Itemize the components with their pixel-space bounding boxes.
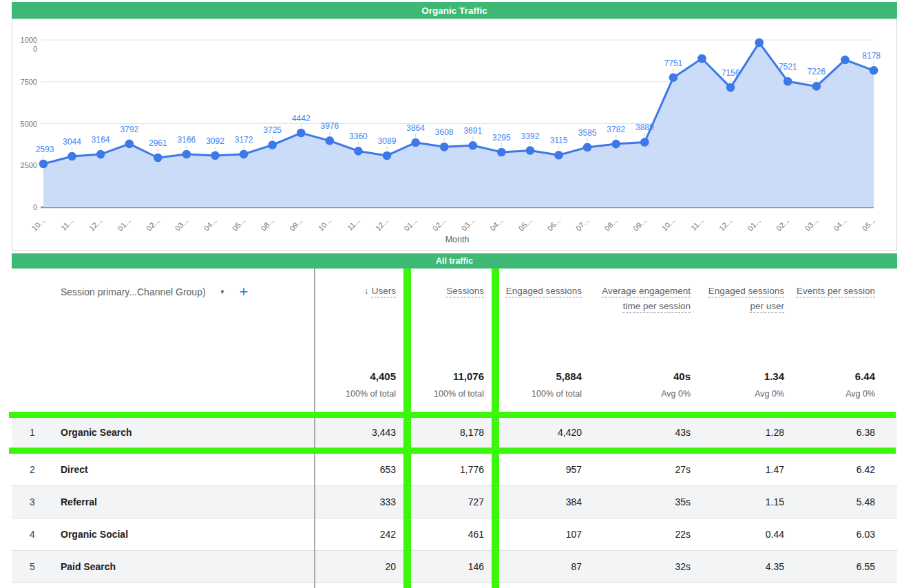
data-point[interactable] — [96, 150, 105, 159]
channel-name: Direct — [61, 453, 88, 486]
metric-cell: 384 — [499, 486, 590, 518]
data-point[interactable] — [468, 141, 477, 150]
area-chart-canvas[interactable]: 0250050007500100002593304431643792296131… — [12, 19, 896, 250]
highlight-row-bottom — [9, 448, 896, 454]
metric-header-label[interactable]: Average engagement time per session — [602, 286, 691, 311]
data-point[interactable] — [125, 140, 134, 149]
data-point[interactable] — [497, 148, 506, 157]
data-point[interactable] — [182, 150, 191, 159]
data-point[interactable] — [526, 146, 535, 155]
x-axis-tick-label: 11... — [346, 216, 361, 232]
data-point-label: 8178 — [862, 51, 881, 61]
metric-cell: 5.48 — [792, 486, 883, 518]
x-axis-tick-label: 08... — [259, 216, 275, 233]
data-point[interactable] — [440, 143, 449, 151]
channel-name: Organic Search — [61, 412, 132, 453]
data-point[interactable] — [39, 160, 48, 169]
total-subtext: 100% of total — [499, 389, 582, 399]
column-resize-divider[interactable] — [314, 269, 315, 588]
row-number: 1 — [30, 412, 35, 453]
total-value: 11,076 — [411, 370, 484, 383]
data-point[interactable] — [211, 151, 220, 160]
metric-cell: 1.15 — [699, 486, 792, 518]
row-number: 3 — [30, 486, 35, 518]
totals-cell: 4,405100% of total — [315, 370, 404, 399]
x-axis-tick-label: 01... — [746, 216, 762, 233]
data-point[interactable] — [726, 83, 735, 92]
highlight-column-left — [403, 269, 411, 588]
organic-traffic-chart[interactable]: 0250050007500100002593304431643792296131… — [12, 19, 897, 251]
dimension-header[interactable]: Session primary...Channel Group) ▼ + — [61, 285, 248, 299]
metric-header-users[interactable]: ↓Users — [315, 284, 404, 299]
metric-header-label[interactable]: Engaged sessions — [506, 286, 582, 296]
metric-header-label[interactable]: Users — [372, 286, 396, 296]
data-point[interactable] — [297, 129, 306, 138]
metric-cell: 957 — [499, 453, 590, 486]
total-subtext: Avg 0% — [792, 389, 875, 399]
data-point[interactable] — [870, 66, 879, 75]
totals-cell: 5,884100% of total — [499, 370, 590, 399]
data-point[interactable] — [268, 140, 277, 149]
x-axis-tick-label: 03... — [460, 216, 476, 233]
data-point[interactable] — [697, 54, 706, 63]
data-point[interactable] — [669, 73, 678, 82]
chevron-down-icon[interactable]: ▼ — [220, 288, 226, 295]
add-dimension-button[interactable]: + — [240, 285, 249, 299]
data-point[interactable] — [841, 56, 850, 65]
data-point-label: 3691 — [463, 126, 482, 136]
data-point-label: 7521 — [779, 62, 797, 72]
data-point[interactable] — [67, 152, 76, 161]
metric-header-label[interactable]: Events per session — [797, 286, 875, 296]
total-subtext: 100% of total — [411, 389, 484, 399]
data-point-label: 3164 — [92, 135, 110, 145]
x-axis-tick-label: 02... — [145, 216, 161, 233]
chart-panel-title: Organic Traffic — [12, 2, 897, 19]
metric-header-average-engagement-time-per-session[interactable]: Average engagement time per session — [590, 284, 699, 314]
totals-cell: 6.44Avg 0% — [792, 370, 883, 399]
x-axis-tick-label: 07... — [574, 216, 591, 233]
data-point[interactable] — [554, 151, 563, 160]
total-value: 4,405 — [315, 370, 396, 383]
metric-header-label[interactable]: Sessions — [446, 286, 484, 296]
x-axis-title: Month — [445, 235, 470, 244]
metric-cell: 3,443 — [315, 412, 404, 453]
x-axis-tick-label: 04... — [488, 216, 505, 233]
data-point[interactable] — [354, 147, 363, 156]
data-point-label: 3889 — [635, 123, 654, 132]
data-point[interactable] — [784, 77, 792, 86]
metric-header-engaged-sessions[interactable]: Engaged sessions — [499, 284, 590, 299]
data-point[interactable] — [640, 138, 649, 147]
table-row: 2Direct6531,77695727s1.476.42 — [12, 453, 897, 486]
data-point[interactable] — [583, 143, 592, 152]
table-row: 4Organic Social24246110722s0.446.03 — [12, 518, 897, 551]
y-axis-tick-label: 2500 — [21, 161, 37, 169]
metric-header-label[interactable]: Engaged sessions per user — [708, 286, 784, 311]
dimension-label[interactable]: Session primary...Channel Group) — [61, 286, 206, 297]
total-subtext: 100% of total — [315, 389, 396, 399]
metric-cell: 242 — [315, 518, 404, 551]
data-point[interactable] — [411, 138, 420, 147]
metric-header-events-per-session[interactable]: Events per session — [792, 284, 883, 299]
data-point[interactable] — [240, 150, 249, 159]
total-subtext: Avg 0% — [590, 389, 691, 399]
data-point[interactable] — [812, 82, 821, 91]
data-point[interactable] — [383, 151, 392, 160]
totals-cell: 40sAvg 0% — [590, 370, 699, 399]
data-point[interactable] — [326, 136, 335, 145]
metric-header-engaged-sessions-per-user[interactable]: Engaged sessions per user — [699, 284, 792, 314]
channel-name: Paid Search — [61, 551, 116, 583]
x-axis-tick-label: 08... — [603, 216, 620, 233]
sort-descending-icon[interactable]: ↓ — [364, 286, 369, 296]
table-row: 3Referral33372738435s1.155.48 — [12, 486, 897, 518]
data-point[interactable] — [154, 154, 162, 162]
x-axis-tick-label: 12... — [87, 216, 104, 233]
metric-header-sessions[interactable]: Sessions — [411, 284, 492, 299]
analytics-dashboard: Organic Traffic 025005000750010000259330… — [0, 0, 904, 588]
data-point-label: 2593 — [36, 145, 54, 154]
data-point[interactable] — [755, 39, 764, 48]
metric-cell: 22s — [590, 518, 699, 551]
total-value: 40s — [590, 370, 691, 383]
data-point[interactable] — [611, 140, 620, 149]
x-axis-tick-label: 10... — [30, 216, 47, 233]
metric-cell: 8,178 — [411, 412, 492, 453]
